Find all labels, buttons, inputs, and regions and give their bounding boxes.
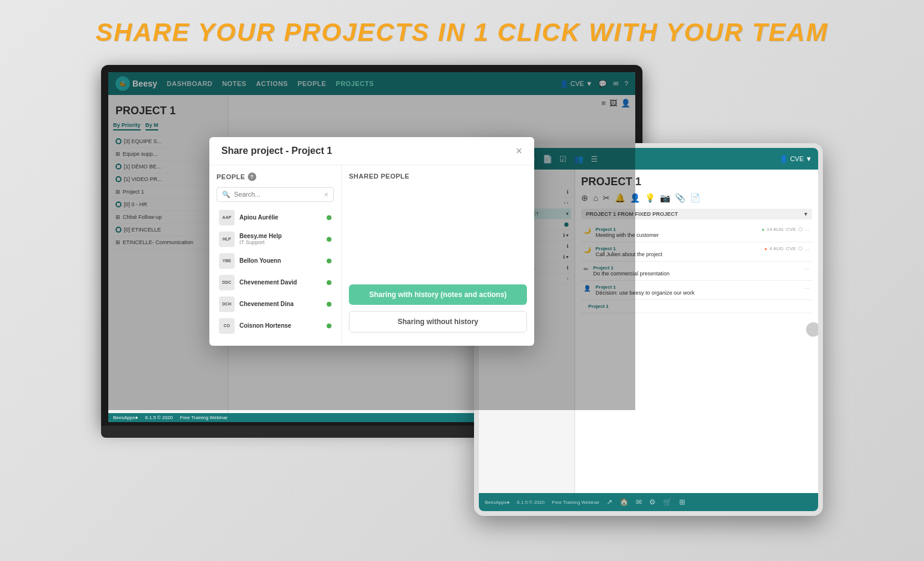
person-item[interactable]: DDC Chevenement David bbox=[217, 272, 334, 293]
page-wrapper: SHARE YOUR PROJECTS IN 1 CLICK WITH YOUR… bbox=[0, 0, 924, 561]
toolbar-icon[interactable]: 📄 bbox=[690, 193, 700, 203]
modal-title: Share project - Project 1 bbox=[221, 146, 332, 156]
sharing-with-history-button[interactable]: Sharing with history (notes and actions) bbox=[349, 284, 527, 305]
search-icon: 🔍 bbox=[222, 191, 230, 198]
tablet-footer: BeesApps● 6.1.5 © 2020 Free Training Web… bbox=[479, 493, 818, 511]
tablet-nav-right: 👤 CVE ▼ bbox=[780, 155, 812, 163]
person-name: Chevenement David bbox=[239, 279, 322, 286]
toolbar-icon[interactable]: 📷 bbox=[660, 193, 670, 203]
shared-people-area bbox=[349, 187, 527, 284]
search-input[interactable] bbox=[234, 191, 320, 198]
tablet-footer-icon-6[interactable]: ⊞ bbox=[679, 498, 685, 506]
person-item[interactable]: HLP Beesy.me Help IT Support bbox=[217, 228, 334, 250]
people-section-label: PEOPLE ? bbox=[217, 173, 334, 181]
footer-brand: BeesApps● bbox=[113, 415, 138, 420]
person-item[interactable]: YBE Bellon Youenn bbox=[217, 250, 334, 272]
person-status-indicator bbox=[327, 237, 331, 242]
avatar: HLP bbox=[219, 231, 235, 247]
tablet-footer-brand: BeesApps● bbox=[485, 500, 510, 505]
laptop-screen-outer: 🐝 Beesy DASHBOARD NOTES ACTIONS PEOPLE P… bbox=[101, 65, 642, 426]
person-name: Beesy.me Help bbox=[239, 233, 322, 239]
person-info: Bellon Youenn bbox=[239, 257, 322, 264]
person-role: IT Support bbox=[239, 239, 322, 245]
clear-icon[interactable]: × bbox=[324, 190, 328, 199]
modal-people-panel: PEOPLE ? 🔍 × bbox=[209, 165, 342, 346]
tablet-footer-icon-4[interactable]: ⚙ bbox=[649, 498, 656, 506]
person-info: Chevenement David bbox=[239, 279, 322, 286]
person-name: Bellon Youenn bbox=[239, 257, 322, 264]
person-status-indicator bbox=[327, 215, 331, 220]
person-info: Chevenement Dina bbox=[239, 301, 322, 307]
person-status-indicator bbox=[327, 323, 331, 328]
headline: SHARE YOUR PROJECTS IN 1 CLICK WITH YOUR… bbox=[96, 18, 828, 47]
avatar: DCH bbox=[219, 296, 235, 312]
devices-area: 🐝 Beesy DASHBOARD NOTES ACTIONS PEOPLE P… bbox=[101, 65, 823, 516]
tablet-footer-training: Free Training Webinar bbox=[552, 500, 599, 505]
person-item[interactable]: AAP Apiou Aurélie bbox=[217, 207, 334, 228]
person-name: Chevenement Dina bbox=[239, 301, 322, 307]
modal-overlay: Share project - Project 1 × PEOPLE ? bbox=[108, 72, 635, 410]
person-status-indicator bbox=[327, 302, 331, 307]
tablet-footer-icon-5[interactable]: 🛒 bbox=[663, 498, 672, 506]
person-name: Coisnon Hortense bbox=[239, 322, 322, 329]
tablet-footer-icon-1[interactable]: ↗ bbox=[606, 498, 612, 506]
person-info: Beesy.me Help IT Support bbox=[239, 233, 322, 245]
footer-version: 6.1.5 © 2020 bbox=[145, 415, 173, 420]
person-status-indicator bbox=[327, 259, 331, 263]
toolbar-icon[interactable]: 💡 bbox=[645, 193, 655, 203]
modal-header: Share project - Project 1 × bbox=[209, 137, 534, 165]
scroll-handle[interactable] bbox=[806, 322, 818, 337]
modal-body: PEOPLE ? 🔍 × bbox=[209, 165, 534, 346]
person-name: Apiou Aurélie bbox=[239, 214, 322, 221]
person-info: Apiou Aurélie bbox=[239, 214, 322, 221]
tablet-footer-icon-2[interactable]: 🏠 bbox=[620, 498, 629, 506]
share-modal: Share project - Project 1 × PEOPLE ? bbox=[209, 137, 534, 346]
people-list: AAP Apiou Aurélie bbox=[217, 207, 334, 337]
avatar: AAP bbox=[219, 210, 235, 225]
laptop-screen-inner: 🐝 Beesy DASHBOARD NOTES ACTIONS PEOPLE P… bbox=[108, 72, 635, 422]
tablet-footer-version: 6.1.5 © 2020 bbox=[517, 500, 544, 505]
shared-label: SHARED PEOPLE bbox=[349, 173, 527, 180]
person-info: Coisnon Hortense bbox=[239, 322, 322, 329]
modal-close-button[interactable]: × bbox=[516, 146, 522, 156]
sharing-without-history-button[interactable]: Sharing without history bbox=[349, 311, 527, 333]
tablet-footer-icon-3[interactable]: ✉ bbox=[636, 498, 642, 506]
person-status-indicator bbox=[327, 280, 331, 285]
avatar: DDC bbox=[219, 275, 235, 290]
avatar: YBE bbox=[219, 253, 235, 269]
toolbar-icon[interactable]: 📎 bbox=[675, 193, 685, 203]
footer-training: Free Training Webinar bbox=[180, 415, 227, 420]
search-box[interactable]: 🔍 × bbox=[217, 187, 334, 202]
person-item[interactable]: DCH Chevenement Dina bbox=[217, 293, 334, 315]
avatar: CO bbox=[219, 318, 235, 334]
people-help-icon[interactable]: ? bbox=[248, 173, 256, 181]
modal-shared-panel: SHARED PEOPLE Sharing with history (note… bbox=[342, 165, 534, 346]
person-item[interactable]: CO Coisnon Hortense bbox=[217, 315, 334, 337]
